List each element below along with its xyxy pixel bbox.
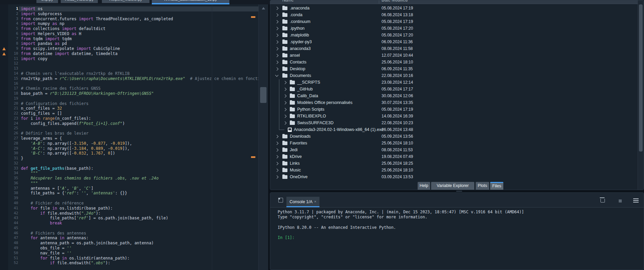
file-row-__SCRIPTS[interactable]: __SCRIPTS23.08.2024 12:14: [270, 79, 636, 86]
file-row-Modèles Office personnalisés[interactable]: Modèles Office personnalisés30.07.2024 1…: [270, 99, 636, 106]
code-line-52[interactable]: 52 if file.endswith(".obs"):: [0, 261, 268, 266]
code-line-47[interactable]: 47 for antenna in antennas:: [0, 236, 268, 241]
chevron-right-icon[interactable]: [275, 33, 279, 37]
code-line-30[interactable]: 30 'B-C': np.array([-0.032, 1.767, 0]): [0, 151, 268, 156]
code-line-41[interactable]: 41 for file in os.listdir(base_path):: [0, 206, 268, 211]
column-separator[interactable]: [379, 0, 379, 4]
code-line-49[interactable]: 49 obs_file = '': [0, 246, 268, 251]
code-line-22[interactable]: 22config_files = []: [0, 111, 268, 116]
code-line-16[interactable]: 16: [0, 81, 268, 86]
chevron-right-icon[interactable]: [283, 114, 287, 118]
code-line-2[interactable]: 2import subprocess: [0, 11, 268, 17]
stop-icon[interactable]: [619, 199, 622, 202]
file-row-Documents[interactable]: Documents22.08.2024 10:16: [270, 72, 636, 79]
chevron-right-icon[interactable]: [275, 13, 279, 17]
pane-tab-help[interactable]: Help: [418, 182, 430, 190]
file-row-anaconda3[interactable]: anaconda308.08.2024 11:58: [270, 45, 636, 52]
code-line-4[interactable]: 4import numpy as np: [0, 21, 268, 26]
code-line-11[interactable]: 11import copy: [0, 56, 268, 61]
trash-icon[interactable]: [600, 199, 605, 202]
chevron-right-icon[interactable]: [283, 87, 287, 91]
editor-tab-tmp.py[interactable]: tmp.py: [36, 0, 58, 3]
chevron-right-icon[interactable]: [275, 148, 279, 152]
code-line-24[interactable]: 24 config_files.append(f"Post_{i+1}.conf…: [0, 121, 268, 126]
files-scrollbar[interactable]: [638, 0, 644, 190]
chevron-right-icon[interactable]: [275, 162, 279, 165]
code-line-40[interactable]: 40 # Fichier de référence: [0, 201, 268, 206]
file-row-Contacts[interactable]: Contacts25.06.2024 18:10: [270, 59, 636, 65]
code-line-15[interactable]: 15rnx2rtkp_path = r"C:\Users\rapha\Docum…: [0, 76, 268, 81]
code-line-21[interactable]: 21n_conf_files = 32: [0, 106, 268, 111]
chevron-right-icon[interactable]: [275, 40, 279, 44]
chevron-right-icon[interactable]: [275, 168, 279, 172]
chevron-right-icon[interactable]: [283, 121, 287, 125]
chevron-right-icon[interactable]: [275, 54, 279, 57]
file-row-OneDrive[interactable]: OneDrive03.09.2024 13:53: [270, 173, 636, 180]
chevron-right-icon[interactable]: [275, 155, 279, 158]
chevron-right-icon[interactable]: [275, 141, 279, 145]
files-scrollbar-thumb[interactable]: [639, 4, 643, 152]
chevron-right-icon[interactable]: [275, 27, 279, 30]
code-line-27[interactable]: 27leverage_arms = {: [0, 136, 268, 141]
code-line-35[interactable]: 35 Récupérer les chemins des fichiers .o…: [0, 176, 268, 181]
chevron-right-icon[interactable]: [283, 101, 287, 104]
editor-scrollbar[interactable]: [258, 4, 268, 270]
code-line-29[interactable]: 29 'A-C': np.array([-3.184, 0.889, -0.01…: [0, 146, 268, 151]
file-row-.matplotlib[interactable]: .matplotlib05.08.2024 17:20: [270, 32, 636, 38]
code-line-7[interactable]: 7from tqdm import tqdm: [0, 36, 268, 42]
editor-scrollbar-thumb[interactable]: [260, 87, 267, 103]
splitter-handle[interactable]: [456, 191, 462, 192]
code-line-17[interactable]: 17# Chemin racine des fichiers GNSS: [0, 86, 268, 91]
code-line-12[interactable]: 12: [0, 61, 268, 66]
code-line-13[interactable]: 13: [0, 66, 268, 71]
code-line-43[interactable]: 43 file_paths['ref'] = os.path.join(base…: [0, 216, 268, 221]
chevron-right-icon[interactable]: [275, 6, 279, 10]
code-line-39[interactable]: 39: [0, 196, 268, 201]
column-header-name[interactable]: Name: [282, 0, 293, 2]
warning-flag-marker[interactable]: [251, 156, 255, 158]
file-row-Python Scripts[interactable]: Python Scripts05.08.2024 17:19: [270, 106, 636, 113]
code-line-42[interactable]: 42 if file.endswith(".24o"):: [0, 211, 268, 216]
pane-tab-plots[interactable]: Plots: [476, 182, 489, 190]
editor-tab-Head_VIDEO.py[interactable]: Head_VIDEO.py: [61, 0, 98, 3]
code-line-26[interactable]: 26# Définir les bras de levier: [0, 131, 268, 136]
chevron-right-icon[interactable]: [275, 175, 279, 179]
options-menu-icon[interactable]: [633, 198, 639, 202]
code-line-19[interactable]: 19: [0, 96, 268, 101]
code-line-33[interactable]: 33def get_file_paths(base_path):: [0, 166, 268, 171]
code-line-37[interactable]: 37 antennas = ['A', 'B', 'C']: [0, 186, 268, 191]
editor-tab-RTKLIB_automatisation_12.py[interactable]: RTKLIB_automatisation_12.py: [152, 0, 229, 3]
file-row-_GitHub[interactable]: _GitHub05.08.2024 17:17: [270, 86, 636, 92]
file-row-Downloads[interactable]: Downloads05.09.2024 13:56: [270, 133, 636, 140]
chevron-right-icon[interactable]: [275, 20, 279, 23]
chevron-right-icon[interactable]: [275, 67, 279, 71]
editor-tab-Helpers_VIDEO.py[interactable]: Helpers_VIDEO.py: [102, 0, 149, 3]
file-row-ansel[interactable]: ansel12.07.2024 10:44: [270, 52, 636, 59]
chevron-right-icon[interactable]: [275, 47, 279, 50]
code-line-9[interactable]: 9from scipy.interpolate import CubicSpli…: [0, 46, 268, 51]
browse-tabs-icon[interactable]: [278, 198, 283, 202]
console-tab[interactable]: Console 1/A×: [286, 197, 319, 207]
close-icon[interactable]: ×: [314, 199, 316, 204]
chevron-right-icon[interactable]: [275, 60, 279, 64]
file-row-Music[interactable]: Music25.06.2024 18:10: [270, 167, 636, 173]
file-row-.conda[interactable]: .conda06.08.2024 13:18: [270, 11, 636, 18]
code-line-45[interactable]: 45: [0, 226, 268, 231]
code-line-3[interactable]: 3from concurrent.futures import ThreadPo…: [0, 17, 268, 22]
pane-tab-variable-explorer[interactable]: Variable Explorer: [431, 182, 474, 190]
code-line-50[interactable]: 50 nav_file = '': [0, 251, 268, 256]
code-line-8[interactable]: 8import pandas as pd: [0, 41, 268, 46]
console-prompt[interactable]: In [1]:: [278, 235, 644, 240]
code-line-10[interactable]: 10from datetime import datetime, timedel…: [0, 51, 268, 56]
warning-icon[interactable]: [2, 47, 6, 50]
scroll-up-arrow-icon[interactable]: [262, 7, 265, 9]
code-line-51[interactable]: 51 for file in os.listdir(antenna_path):: [0, 256, 268, 261]
code-line-1[interactable]: 1import os: [0, 6, 268, 11]
warning-icon[interactable]: [2, 52, 6, 55]
file-row-.continuum[interactable]: .continuum05.08.2024 17:19: [270, 18, 636, 25]
code-line-25[interactable]: 25: [0, 126, 268, 131]
file-row-Links[interactable]: Links25.06.2024 18:25: [270, 160, 636, 167]
file-row-.ipython[interactable]: .ipython05.08.2024 17:20: [270, 25, 636, 32]
chevron-right-icon[interactable]: [283, 94, 287, 98]
code-line-31[interactable]: 31}: [0, 156, 268, 161]
